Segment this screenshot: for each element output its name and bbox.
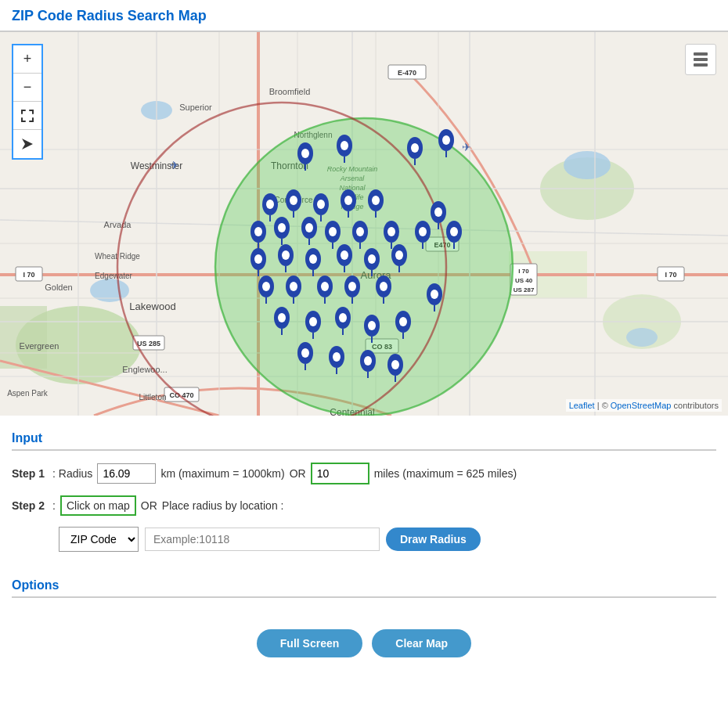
step1-or: OR bbox=[290, 467, 306, 480]
svg-point-180 bbox=[301, 348, 309, 358]
step2-click-box: Click on map bbox=[60, 495, 136, 516]
svg-rect-2 bbox=[0, 306, 47, 369]
svg-point-75 bbox=[301, 149, 309, 158]
svg-point-81 bbox=[411, 143, 419, 153]
map-layers-button[interactable] bbox=[685, 44, 716, 75]
svg-rect-194 bbox=[694, 63, 708, 67]
svg-point-141 bbox=[368, 254, 376, 264]
svg-point-87 bbox=[266, 200, 274, 209]
svg-point-186 bbox=[364, 356, 372, 366]
svg-text:I 70: I 70 bbox=[665, 271, 676, 279]
svg-point-168 bbox=[309, 317, 317, 326]
step1-row: Step 1 : Radius km (maximum = 1000km) OR… bbox=[12, 463, 716, 484]
input-section: Input Step 1 : Radius km (maximum = 1000… bbox=[0, 416, 728, 571]
svg-text:US 40: US 40 bbox=[515, 277, 533, 284]
svg-point-129 bbox=[254, 254, 262, 264]
svg-point-9 bbox=[626, 328, 658, 347]
svg-point-174 bbox=[368, 321, 376, 330]
svg-text:Edgewater: Edgewater bbox=[95, 272, 132, 280]
svg-point-138 bbox=[341, 250, 348, 260]
svg-text:US 287: US 287 bbox=[514, 286, 535, 293]
svg-text:Superior: Superior bbox=[179, 103, 212, 112]
svg-text:✈: ✈ bbox=[462, 141, 471, 153]
step2-inner-row: Step 2 : Click on map OR Place radius by… bbox=[12, 495, 283, 516]
step2-or: OR bbox=[141, 499, 157, 512]
zoom-out-button[interactable]: − bbox=[13, 74, 41, 102]
svg-text:US 285: US 285 bbox=[137, 340, 160, 347]
svg-point-99 bbox=[372, 196, 380, 205]
svg-point-153 bbox=[321, 282, 329, 291]
clear-map-button[interactable]: Clear Map bbox=[372, 629, 471, 657]
step2-label: Step 2 bbox=[12, 499, 45, 512]
svg-point-8 bbox=[564, 151, 611, 179]
svg-point-93 bbox=[317, 200, 325, 209]
svg-point-159 bbox=[380, 282, 387, 291]
zoom-in-button[interactable]: + bbox=[13, 45, 41, 74]
step1-text-before: : Radius bbox=[52, 467, 92, 480]
svg-text:I 70: I 70 bbox=[23, 271, 34, 279]
fullscreen-map-button[interactable] bbox=[13, 102, 41, 130]
svg-point-90 bbox=[290, 196, 297, 205]
svg-point-171 bbox=[339, 313, 347, 322]
svg-text:E-470: E-470 bbox=[398, 69, 416, 77]
location-text-input[interactable] bbox=[145, 528, 380, 551]
svg-point-189 bbox=[391, 360, 399, 369]
radius-miles-input[interactable] bbox=[311, 463, 369, 484]
svg-point-156 bbox=[348, 282, 356, 291]
options-section: Options bbox=[0, 571, 728, 618]
svg-point-135 bbox=[309, 254, 317, 264]
svg-point-108 bbox=[278, 223, 286, 232]
svg-point-96 bbox=[344, 196, 352, 205]
svg-point-102 bbox=[434, 207, 442, 217]
map-attribution: Leaflet | © OpenStreetMap contributors bbox=[566, 399, 722, 412]
svg-point-114 bbox=[329, 227, 337, 236]
svg-rect-192 bbox=[694, 52, 708, 56]
location-row: ZIP Code City Address Draw Radius bbox=[59, 527, 481, 552]
radius-km-input[interactable] bbox=[97, 463, 156, 484]
svg-point-78 bbox=[341, 141, 348, 150]
svg-point-84 bbox=[442, 135, 450, 145]
svg-point-165 bbox=[278, 313, 286, 322]
svg-point-132 bbox=[282, 250, 290, 260]
draw-radius-button[interactable]: Draw Radius bbox=[386, 528, 481, 551]
svg-point-183 bbox=[333, 352, 341, 362]
attribution-contributors: contributors bbox=[674, 401, 719, 410]
svg-point-123 bbox=[419, 227, 427, 236]
page-title: ZIP Code Radius Search Map bbox=[0, 0, 728, 32]
map-svg: I 70 I 70 US 40 US 287 I 70 E-470 E470 U… bbox=[0, 32, 728, 416]
location-type-select[interactable]: ZIP Code City Address bbox=[59, 527, 139, 552]
leaflet-link[interactable]: Leaflet bbox=[569, 401, 595, 410]
svg-point-177 bbox=[399, 317, 407, 326]
options-heading: Options bbox=[12, 578, 716, 598]
svg-text:Littleton: Littleton bbox=[139, 393, 166, 402]
svg-text:Arvada: Arvada bbox=[104, 220, 132, 229]
svg-text:Aspen Park: Aspen Park bbox=[7, 389, 49, 398]
bottom-buttons-row: Full Screen Clear Map bbox=[0, 618, 728, 673]
svg-point-162 bbox=[431, 290, 438, 299]
attribution-separator: | © bbox=[597, 401, 611, 410]
svg-text:Broomfield: Broomfield bbox=[269, 87, 311, 96]
step1-text-miles: miles (maximum = 625 miles) bbox=[374, 467, 517, 480]
map-container: I 70 I 70 US 40 US 287 I 70 E-470 E470 U… bbox=[0, 32, 728, 416]
svg-text:Golden: Golden bbox=[45, 283, 72, 292]
svg-point-126 bbox=[450, 227, 458, 236]
locate-button[interactable] bbox=[13, 130, 41, 158]
full-screen-button[interactable]: Full Screen bbox=[257, 629, 362, 657]
svg-point-120 bbox=[387, 227, 395, 236]
step1-text-km: km (maximum = 1000km) bbox=[160, 467, 284, 480]
svg-point-117 bbox=[356, 227, 364, 236]
svg-text:Lakewood: Lakewood bbox=[129, 301, 175, 312]
step2-colon: : bbox=[52, 499, 56, 512]
svg-point-111 bbox=[305, 223, 313, 232]
step2-row: Step 2 : Click on map OR Place radius by… bbox=[12, 495, 716, 552]
svg-marker-191 bbox=[22, 139, 33, 149]
svg-point-147 bbox=[262, 282, 270, 291]
svg-text:Evergreen: Evergreen bbox=[20, 341, 59, 351]
step2-place-text: Place radius by location : bbox=[162, 499, 284, 512]
input-heading: Input bbox=[12, 431, 716, 451]
svg-point-144 bbox=[395, 250, 403, 260]
svg-text:Englewoo...: Englewoo... bbox=[122, 365, 167, 374]
svg-point-150 bbox=[290, 282, 297, 291]
step1-label: Step 1 bbox=[12, 467, 45, 480]
osm-link[interactable]: OpenStreetMap bbox=[611, 401, 672, 410]
